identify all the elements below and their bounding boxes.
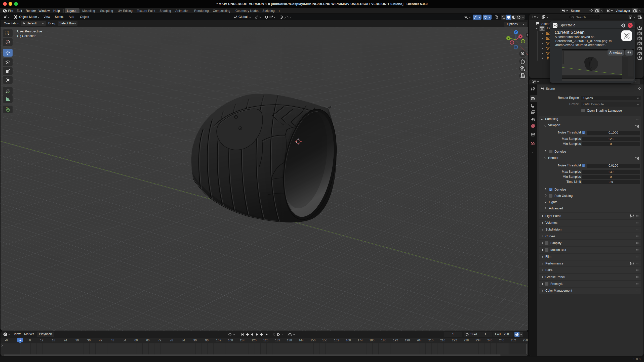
svg-text:Y: Y: [508, 37, 509, 40]
svg-text:Z: Z: [515, 31, 517, 34]
svg-text:X: X: [520, 35, 521, 38]
